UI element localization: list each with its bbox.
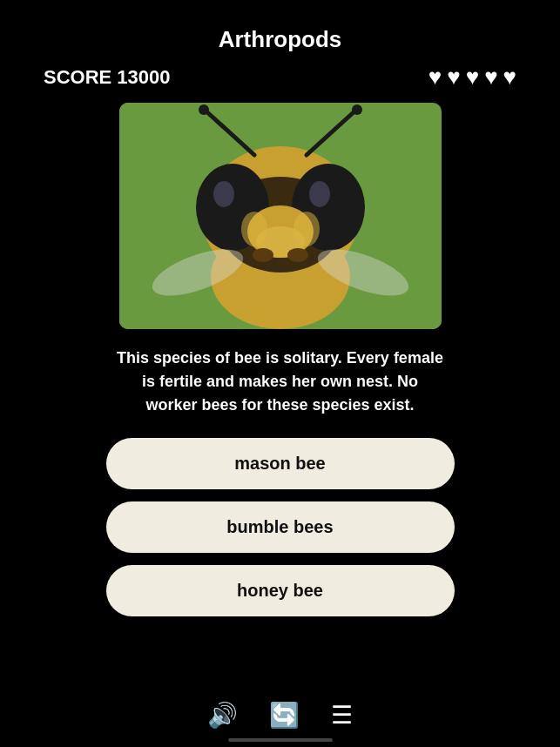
svg-point-13 bbox=[352, 104, 362, 115]
bee-image bbox=[119, 103, 442, 329]
question-text: This species of bee is solitary. Every f… bbox=[115, 347, 446, 417]
score-label: SCORE 13000 bbox=[44, 66, 171, 89]
answer-honey-bee-button[interactable]: honey bee bbox=[106, 565, 455, 616]
score-row: SCORE 13000 ♥ ♥ ♥ ♥ ♥ bbox=[17, 64, 543, 91]
sound-icon[interactable]: 🔊 bbox=[207, 701, 238, 730]
svg-point-16 bbox=[253, 248, 273, 262]
svg-point-17 bbox=[287, 248, 308, 262]
menu-icon[interactable]: ☰ bbox=[331, 701, 353, 730]
heart-icon-1: ♥ bbox=[428, 64, 442, 91]
svg-point-7 bbox=[309, 181, 330, 207]
answers-container: mason bee bumble bees honey bee bbox=[106, 438, 455, 616]
page-title: Arthropods bbox=[219, 26, 342, 53]
lives-container: ♥ ♥ ♥ ♥ ♥ bbox=[428, 64, 516, 91]
heart-icon-5: ♥ bbox=[503, 64, 516, 91]
svg-point-18 bbox=[241, 212, 267, 246]
heart-icon-4: ♥ bbox=[484, 64, 497, 91]
svg-point-19 bbox=[293, 212, 320, 246]
app-container: Arthropods SCORE 13000 ♥ ♥ ♥ ♥ ♥ bbox=[0, 0, 560, 747]
home-indicator bbox=[228, 738, 333, 742]
refresh-icon[interactable]: 🔄 bbox=[269, 701, 300, 730]
svg-point-6 bbox=[213, 181, 234, 207]
heart-icon-2: ♥ bbox=[447, 64, 460, 91]
answer-mason-bee-button[interactable]: mason bee bbox=[106, 438, 455, 489]
bottom-bar: 🔊 🔄 ☰ bbox=[207, 701, 353, 738]
answer-bumble-bees-button[interactable]: bumble bees bbox=[106, 501, 455, 553]
svg-point-12 bbox=[199, 104, 209, 115]
heart-icon-3: ♥ bbox=[466, 64, 479, 91]
